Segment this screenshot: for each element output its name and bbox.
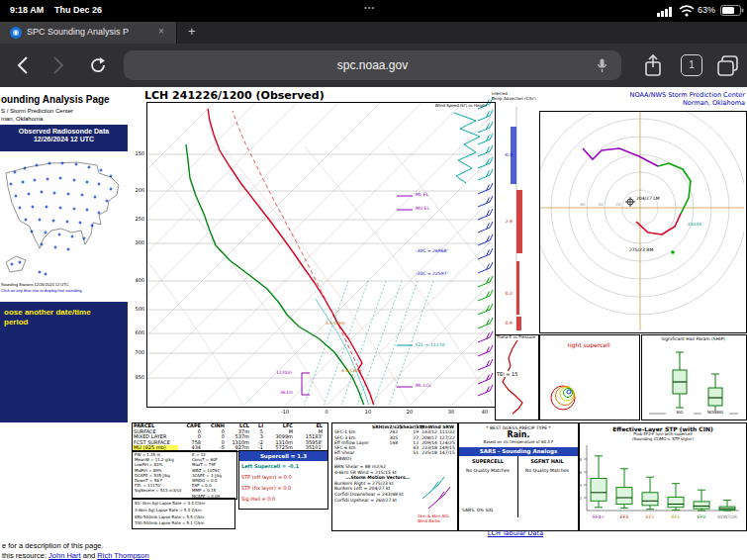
wifi-icon: [679, 4, 695, 17]
ship-frame: [641, 334, 747, 420]
choose-date-panel: oose another date/time period: [0, 302, 128, 422]
cellular-icon: [657, 5, 674, 17]
sounding-figure: 20 40 60: [130, 87, 747, 539]
url-text: spc.noaa.gov: [337, 58, 408, 72]
footer-prefix: this resource:: [2, 551, 48, 560]
minus30c-label: -30C = 26968': [416, 248, 448, 253]
battery-icon: [720, 5, 744, 17]
pressure-label: 200: [130, 187, 144, 193]
stp-climo-box: Effective-Layer STP (with CIN) Prob EF2+…: [579, 422, 747, 531]
advection-label2: Temp Advection (C/hr): [492, 97, 545, 102]
ship-category-label: SIG: [666, 411, 694, 416]
stp-subtitle2: (Sounding CLIMO v. STP sigtor): [580, 437, 746, 442]
advection-value: 0.2: [496, 291, 513, 296]
org-line2: man, Oklahoma: [1, 116, 43, 123]
wind-inset-label: Wind Speed (kt) vs Height: [430, 104, 492, 109]
eff-inflow-bottom-label: 361m: [280, 390, 293, 395]
temp-label: 20: [400, 409, 420, 415]
safari-toolbar: spc.noaa.gov 1: [0, 44, 747, 88]
sars-box: * BEST GUESS PRECIP TYPE * Rain. Based o…: [458, 422, 579, 531]
tabular-data-link[interactable]: LCH Tabular Data: [470, 530, 561, 538]
tei-value: TEI = 15: [497, 371, 517, 377]
left-supercell-value: Left Supercell = -0.1: [239, 461, 327, 472]
tab-title: SPC Sounding Analysis P: [27, 27, 151, 37]
forward-icon[interactable]: [51, 55, 65, 75]
new-tab-icon[interactable]: +: [188, 24, 196, 39]
share-icon[interactable]: [643, 53, 663, 78]
parcel-table: PARCEL CAPE CINH LCL LI LFC EL SURFACE 0…: [132, 422, 328, 452]
supercell-composite-box: Supercell = 1.3 Left Supercell = -0.1 ST…: [238, 450, 328, 510]
sars-col2-header: SGFNT HAIL: [518, 458, 576, 464]
pressure-label: 150: [130, 150, 144, 156]
ship-title: Significant Hail Param (SHIP): [641, 336, 745, 341]
back-icon[interactable]: [16, 55, 30, 75]
sars-footer: SARS: 0% SIG: [462, 508, 493, 513]
temp-label: 10: [358, 409, 378, 415]
station-map[interactable]: [0, 151, 128, 282]
web-page: ounding Analysis Page S / Storm Predicti…: [0, 87, 747, 560]
shear-srh-box: SRH(m2/s2) Shear(kt) MnWind SRW SFC-1 km…: [331, 422, 458, 531]
temp-label: 30: [441, 409, 461, 415]
pressure-label: 500: [130, 306, 144, 312]
temp-label: 40: [475, 409, 495, 415]
sars-col2-match: No Quality Matches: [518, 468, 576, 473]
tab-count-button[interactable]: 1: [681, 54, 702, 76]
thermo-indices-box: PW = 1.35 inMeanW = 11.2 g/kg LowRH = 83…: [132, 450, 237, 500]
temp-label: 0: [317, 409, 336, 415]
footer-line1: e for a description of this page.: [2, 541, 104, 550]
status-bar: 9:18 AM Thu Dec 26 ••• 63%: [0, 0, 747, 22]
advection-value: -0.9: [496, 152, 513, 157]
advection-value: 2.4: [496, 219, 513, 224]
multitask-dots[interactable]: •••: [364, 3, 375, 12]
sars-divider: [517, 456, 518, 517]
org-line1: S / Storm Prediction Center: [1, 108, 73, 115]
clock: 9:18 AM: [10, 5, 44, 15]
pressure-label: 400: [130, 277, 144, 283]
alaska-outline: [6, 256, 26, 272]
pressure-label: 700: [130, 349, 144, 355]
footer-link-hart[interactable]: John Hart: [48, 551, 81, 560]
pressure-label: 600: [130, 329, 144, 335]
pressure-label: 850: [130, 374, 144, 380]
shear-extra-lines: BRN Shear = 88 m2/s2 4-6km SR Wind = 215…: [332, 464, 421, 503]
safari-tab-bar: SPC Sounding Analysis P × +: [0, 22, 747, 45]
mic-icon[interactable]: [597, 58, 607, 73]
lowlevel-lapse-label: 4.4 C/km: [341, 368, 361, 373]
spc-favicon: [10, 27, 22, 39]
databox-line1: Observed Radiosonde Data: [0, 128, 128, 136]
us-outline: [6, 162, 119, 248]
sig-hail-value: Sig Hail = 0.0: [239, 494, 327, 505]
supercell-value: Supercell = 1.3: [239, 451, 327, 461]
choose-date-link[interactable]: oose another date/time period: [0, 302, 117, 332]
ship-category-label: NONSIG: [701, 411, 729, 416]
skewt-frame: [146, 102, 496, 408]
mu-el-label: MU EL: [416, 206, 429, 211]
ml-el-label: ML EL: [416, 192, 428, 197]
right-mover-label: 275/23 RM: [629, 247, 653, 252]
browser-tab[interactable]: SPC Sounding Analysis P ×: [0, 22, 177, 44]
hodograph-frame: [539, 111, 747, 333]
footer-line2: this resource: John Hart and Rich Thomps…: [2, 551, 149, 560]
stp-eff-value: STP (eff layer) = 0.0: [239, 472, 327, 483]
advection-value: 0.9: [496, 321, 513, 326]
theta-e-frame: [495, 334, 539, 420]
sars-col1-header: SUPERCELL: [459, 458, 516, 464]
page-title: ounding Analysis Page: [1, 94, 110, 106]
databox-line2: 12/26/2024 12 UTC: [0, 136, 128, 143]
pressure-label: 300: [130, 239, 144, 245]
footer-link-thompson[interactable]: Rich Thompson: [97, 551, 148, 560]
url-bar[interactable]: spc.noaa.gov: [124, 50, 621, 80]
credit-block: NOAA/NWS Storm Prediction Center Norman,…: [567, 91, 745, 107]
status-date: Thu Dec 26: [54, 5, 102, 15]
credit-line2: Norman, Oklahoma: [567, 99, 745, 107]
pressure-label: 250: [130, 216, 144, 222]
tab-close-icon[interactable]: ×: [158, 26, 164, 37]
temp-label: -10: [275, 409, 295, 415]
reload-icon[interactable]: [89, 56, 107, 74]
map-hint: Click on any blue star to display that s…: [1, 289, 112, 294]
radiosonde-data-box: Observed Radiosonde Data 12/26/2024 12 U…: [0, 125, 128, 151]
left-mover-label: 204/27 LM: [636, 196, 660, 201]
tab-overview-icon[interactable]: [716, 54, 740, 77]
srh-table: SRH(m2/s2) Shear(kt) MnWind SRW SFC-1 km…: [332, 423, 457, 462]
indices-col2: K = 33ConvT = 60F MaxT = 79FWBZ = 10761'…: [192, 452, 235, 499]
